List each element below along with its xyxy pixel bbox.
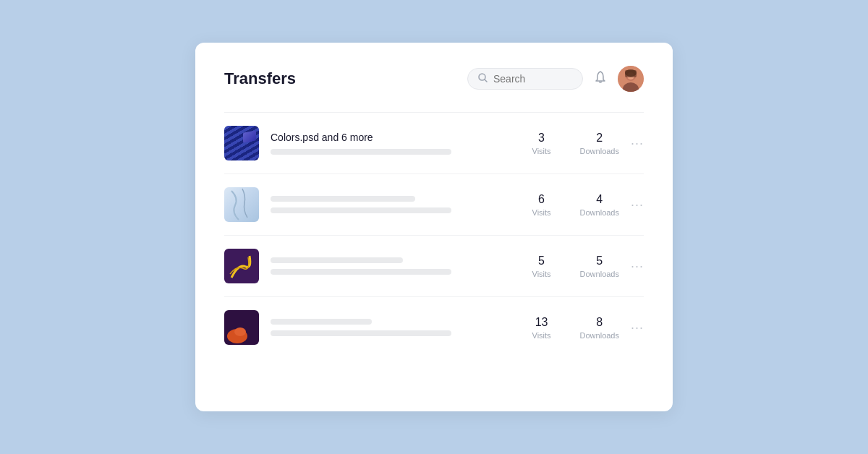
downloads-label-1: Downloads [580, 147, 619, 155]
stats-3: 5 Visits 5 Downloads [524, 254, 619, 278]
downloads-label-4: Downloads [580, 331, 619, 340]
transfer-name-1: Colors.psd and 6 more [271, 132, 512, 143]
notification-bell-icon[interactable] [593, 70, 608, 88]
visits-label-4: Visits [524, 331, 560, 340]
visits-label-1: Visits [524, 147, 560, 155]
skeleton-line [271, 269, 451, 275]
stats-2: 6 Visits 4 Downloads [524, 192, 619, 216]
thumbnail-1 [224, 126, 259, 160]
search-input[interactable] [493, 73, 572, 85]
svg-line-1 [485, 80, 487, 82]
downloads-stat-2: 4 Downloads [580, 192, 619, 216]
downloads-count-3: 5 [580, 254, 619, 267]
search-bar[interactable] [467, 68, 583, 90]
skeleton-line [271, 257, 403, 263]
transfer-info-2 [271, 196, 512, 213]
visits-count-2: 6 [524, 192, 560, 206]
skeleton-line [271, 207, 451, 213]
visits-stat-4: 13 Visits [524, 315, 560, 339]
transfer-info-3 [271, 257, 512, 275]
thumbnail-2 [224, 187, 259, 222]
skeleton-line [271, 330, 451, 336]
more-button-4[interactable]: ··· [631, 320, 644, 335]
main-card: Transfers [195, 43, 673, 411]
list-item: 5 Visits 5 Downloads ··· [224, 236, 644, 297]
visits-count-4: 13 [524, 315, 560, 329]
thumbnail-3 [224, 249, 259, 283]
list-item: 13 Visits 8 Downloads ··· [224, 297, 644, 358]
downloads-stat-1: 2 Downloads [580, 131, 619, 155]
downloads-stat-4: 8 Downloads [580, 315, 619, 339]
header: Transfers [224, 66, 644, 92]
page-title: Transfers [224, 69, 296, 88]
downloads-label-3: Downloads [580, 270, 619, 278]
skeleton-line [271, 319, 372, 325]
header-actions [467, 66, 644, 92]
visits-count-1: 3 [524, 131, 560, 145]
transfer-info-4 [271, 319, 512, 336]
stats-4: 13 Visits 8 Downloads [524, 315, 619, 339]
search-icon [478, 73, 488, 85]
downloads-count-4: 8 [580, 315, 619, 329]
visits-count-3: 5 [524, 254, 560, 267]
visits-stat-2: 6 Visits [524, 192, 560, 216]
svg-point-7 [625, 69, 637, 77]
list-item: Colors.psd and 6 more 3 Visits 2 Downloa… [224, 113, 644, 174]
thumbnail-4 [224, 310, 259, 345]
list-item: 6 Visits 4 Downloads ··· [224, 174, 644, 236]
downloads-count-2: 4 [580, 192, 619, 206]
stats-1: 3 Visits 2 Downloads [524, 131, 619, 155]
transfer-info-1: Colors.psd and 6 more [271, 132, 512, 155]
visits-label-2: Visits [524, 208, 560, 217]
more-button-2[interactable]: ··· [631, 197, 644, 213]
visits-label-3: Visits [524, 270, 560, 278]
skeleton-line [271, 149, 451, 155]
visits-stat-1: 3 Visits [524, 131, 560, 155]
downloads-label-2: Downloads [580, 208, 619, 217]
downloads-stat-3: 5 Downloads [580, 254, 619, 278]
more-button-1[interactable]: ··· [631, 136, 644, 151]
more-button-3[interactable]: ··· [631, 259, 644, 274]
avatar[interactable] [618, 66, 644, 92]
skeleton-line [271, 196, 415, 202]
transfer-list: Colors.psd and 6 more 3 Visits 2 Downloa… [224, 113, 644, 358]
visits-stat-3: 5 Visits [524, 254, 560, 278]
downloads-count-1: 2 [580, 131, 619, 145]
